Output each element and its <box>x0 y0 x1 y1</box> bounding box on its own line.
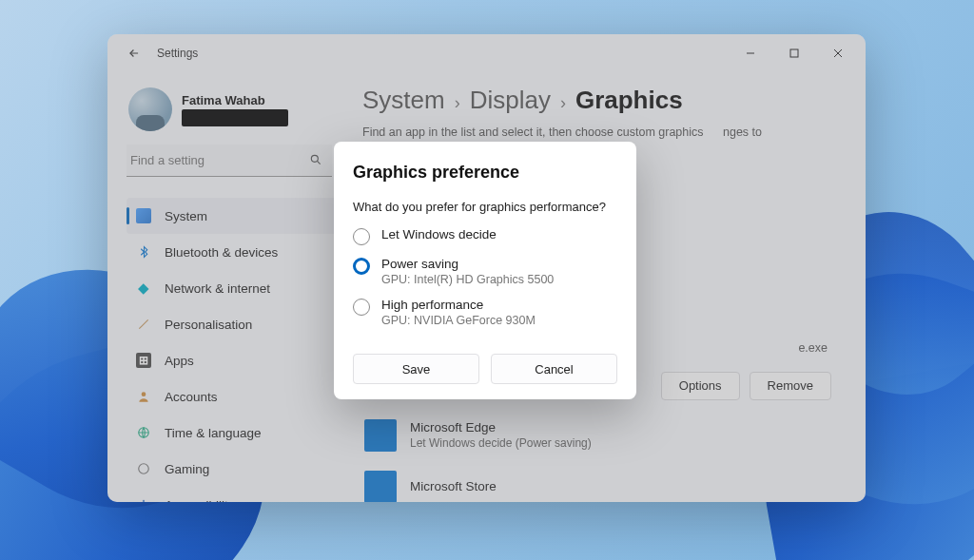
graphics-preference-dialog: Graphics preference What do you prefer f… <box>334 142 636 399</box>
dialog-question: What do you prefer for graphics performa… <box>353 200 617 214</box>
radio-icon <box>353 299 370 316</box>
option-label: Power saving <box>381 257 554 271</box>
radio-option-let-windows-decide[interactable]: Let Windows decide <box>353 227 617 245</box>
option-sub: GPU: Intel(R) HD Graphics 5500 <box>381 273 554 286</box>
option-sub: GPU: NVIDIA GeForce 930M <box>381 314 536 327</box>
save-button[interactable]: Save <box>353 354 479 384</box>
option-label: Let Windows decide <box>381 227 497 241</box>
option-label: High performance <box>381 298 536 312</box>
settings-window: Settings Fatima Wahab <box>107 34 866 502</box>
cancel-button[interactable]: Cancel <box>491 354 617 384</box>
radio-icon <box>353 228 370 245</box>
radio-option-high-performance[interactable]: High performance GPU: NVIDIA GeForce 930… <box>353 298 617 327</box>
radio-option-power-saving[interactable]: Power saving GPU: Intel(R) HD Graphics 5… <box>353 257 617 286</box>
dialog-title: Graphics preference <box>353 163 617 183</box>
radio-icon <box>353 258 370 275</box>
